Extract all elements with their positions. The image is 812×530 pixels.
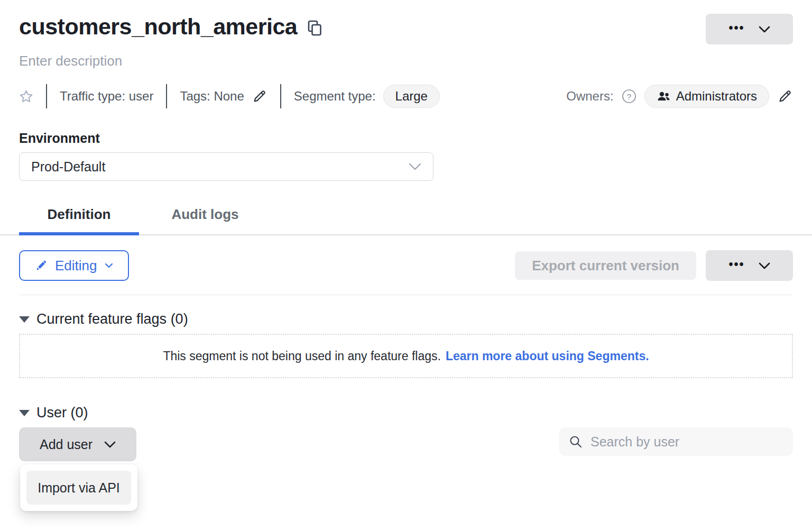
- tab-audit-logs[interactable]: Audit logs: [168, 200, 242, 235]
- add-user-menu: Import via API: [20, 464, 137, 511]
- segment-name: customers_north_america: [19, 14, 297, 40]
- collapse-triangle-icon: [19, 316, 30, 323]
- description-placeholder[interactable]: Enter description: [19, 53, 812, 69]
- page-title: customers_north_america: [19, 14, 322, 40]
- editing-status-button[interactable]: Editing: [19, 250, 129, 281]
- chevron-down-icon: [104, 441, 116, 448]
- empty-state-text: This segment is not being used in any fe…: [163, 349, 440, 363]
- menu-item-import-via-api[interactable]: Import via API: [26, 471, 131, 505]
- environment-select[interactable]: Prod-Default: [19, 152, 433, 181]
- add-user-dropdown: Add user Import via API: [19, 427, 136, 461]
- team-icon: [657, 90, 671, 103]
- divider: [280, 84, 281, 108]
- edit-tags-button[interactable]: [252, 88, 267, 104]
- owners-value: Administrators: [676, 89, 757, 104]
- chevron-down-icon: [759, 26, 770, 33]
- environment-selected-value: Prod-Default: [31, 159, 105, 175]
- collapse-triangle-icon: [19, 410, 30, 416]
- tab-bar: Definition Audit logs: [0, 200, 812, 235]
- editing-label: Editing: [55, 258, 97, 274]
- toolbar-right: Export current version •••: [515, 250, 793, 281]
- search-by-user-input[interactable]: [589, 434, 783, 450]
- pencil-icon: [252, 88, 267, 104]
- add-user-button[interactable]: Add user: [19, 427, 136, 461]
- question-circle-icon: ?: [622, 89, 636, 104]
- export-current-version-button[interactable]: Export current version: [515, 251, 696, 280]
- header-more-button[interactable]: •••: [706, 14, 793, 44]
- ellipsis-icon: •••: [728, 22, 744, 34]
- owners-group: Owners: ? Administrators: [566, 85, 793, 108]
- pencil-icon: [777, 88, 793, 104]
- meta-row: Traffic type: user Tags: None Segment ty…: [0, 84, 812, 108]
- svg-text:?: ?: [626, 92, 631, 101]
- divider: [46, 84, 47, 108]
- pencil-icon: [35, 259, 48, 272]
- learn-more-link[interactable]: Learn more about using Segments.: [446, 349, 649, 363]
- definition-toolbar: Editing Export current version •••: [0, 250, 812, 281]
- owners-badge: Administrators: [644, 85, 769, 108]
- edit-owners-button[interactable]: [777, 88, 793, 104]
- user-controls-row: Add user Import via API: [0, 427, 812, 461]
- user-section-toggle[interactable]: User (0): [19, 405, 88, 421]
- meta-left: Traffic type: user Tags: None Segment ty…: [19, 84, 440, 108]
- chevron-down-icon: [409, 163, 421, 170]
- section-divider: [19, 295, 793, 295]
- star-icon: [19, 89, 33, 104]
- tab-definition[interactable]: Definition: [19, 200, 139, 235]
- add-user-label: Add user: [40, 437, 93, 452]
- feature-flags-empty-state: This segment is not being used in any fe…: [19, 334, 793, 378]
- copy-icon[interactable]: [308, 20, 322, 36]
- environment-label: Environment: [19, 131, 793, 146]
- page-header: customers_north_america •••: [0, 0, 812, 44]
- segment-type-item: Segment type: Large: [294, 85, 440, 108]
- segment-type-label: Segment type:: [294, 89, 376, 104]
- chevron-down-icon: [105, 263, 113, 268]
- segment-type-badge: Large: [383, 85, 440, 108]
- feature-flags-section-toggle[interactable]: Current feature flags (0): [19, 311, 188, 327]
- search-icon: [569, 435, 583, 449]
- user-search: [559, 427, 793, 456]
- owners-label: Owners:: [566, 89, 613, 104]
- feature-flags-section-title: Current feature flags (0): [36, 311, 188, 327]
- toolbar-more-button[interactable]: •••: [706, 250, 793, 281]
- favorite-star-button[interactable]: [19, 89, 33, 104]
- owners-help-button[interactable]: ?: [622, 89, 636, 104]
- user-section-title: User (0): [36, 405, 88, 421]
- ellipsis-icon: •••: [728, 259, 744, 271]
- divider: [166, 84, 167, 108]
- chevron-down-icon: [759, 262, 770, 269]
- tags-label: Tags: None: [180, 89, 244, 104]
- tags-item: Tags: None: [180, 88, 267, 104]
- segment-detail-page: customers_north_america ••• Enter descri…: [0, 0, 812, 530]
- traffic-type-label: Traffic type: user: [60, 89, 153, 104]
